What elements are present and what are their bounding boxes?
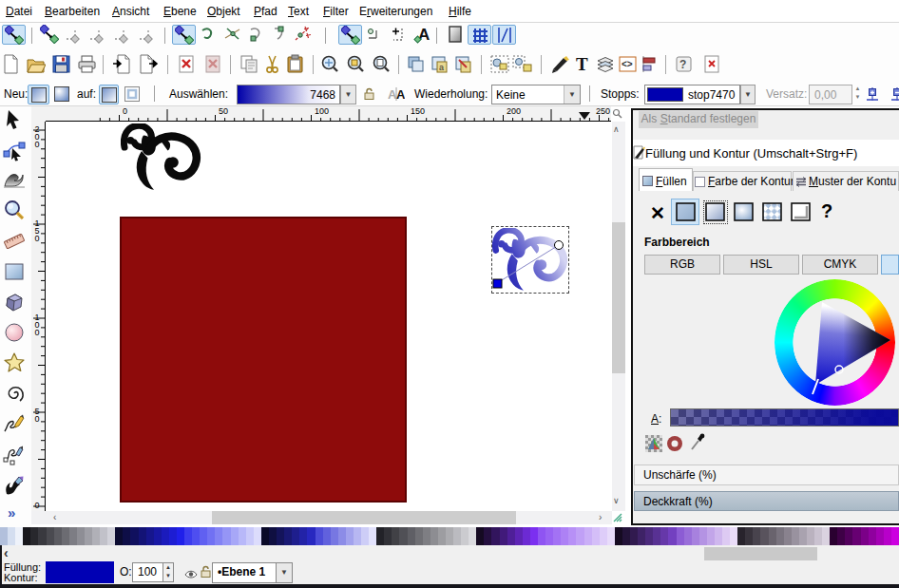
svg-text:?: ? [679,58,686,71]
svg-text:<>: <> [622,59,633,69]
svg-text:T: T [576,54,588,74]
svg-text:a: a [439,63,444,72]
svg-text:A: A [396,87,405,102]
